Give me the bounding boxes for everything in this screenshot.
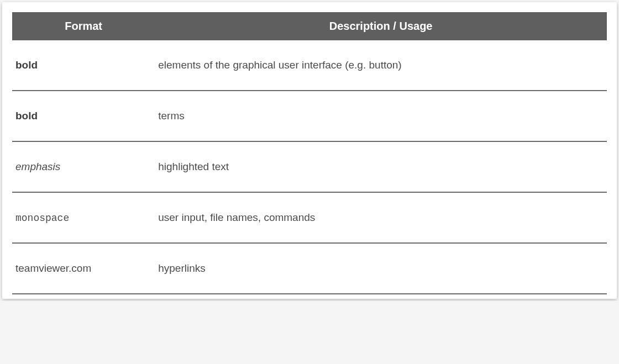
header-description: Description / Usage bbox=[155, 12, 607, 40]
table-row: monospace user input, file names, comman… bbox=[12, 192, 607, 243]
format-sample-emphasis: emphasis bbox=[15, 161, 60, 172]
description-cell: user input, file names, commands bbox=[155, 192, 607, 243]
description-cell: highlighted text bbox=[155, 141, 607, 192]
format-sample-bold: bold bbox=[15, 110, 38, 122]
format-cell: bold bbox=[12, 40, 155, 91]
format-cell: monospace bbox=[12, 192, 155, 243]
formatting-table-card: Format Description / Usage bold elements… bbox=[2, 2, 617, 299]
table-row: bold elements of the graphical user inte… bbox=[12, 40, 607, 91]
format-sample-bold: bold bbox=[15, 59, 38, 71]
table-row: emphasis highlighted text bbox=[12, 141, 607, 192]
table-header-row: Format Description / Usage bbox=[12, 12, 607, 40]
format-cell: bold bbox=[12, 91, 155, 141]
description-cell: terms bbox=[155, 91, 607, 141]
format-cell: emphasis bbox=[12, 141, 155, 192]
header-format: Format bbox=[12, 12, 155, 40]
table-row: teamviewer.com hyperlinks bbox=[12, 243, 607, 294]
format-cell: teamviewer.com bbox=[12, 243, 155, 294]
format-sample-monospace: monospace bbox=[15, 213, 69, 224]
table-row: bold terms bbox=[12, 91, 607, 141]
description-cell: elements of the graphical user interface… bbox=[155, 40, 607, 91]
format-sample-link: teamviewer.com bbox=[15, 262, 91, 274]
formatting-table: Format Description / Usage bold elements… bbox=[12, 12, 607, 294]
description-cell: hyperlinks bbox=[155, 243, 607, 294]
